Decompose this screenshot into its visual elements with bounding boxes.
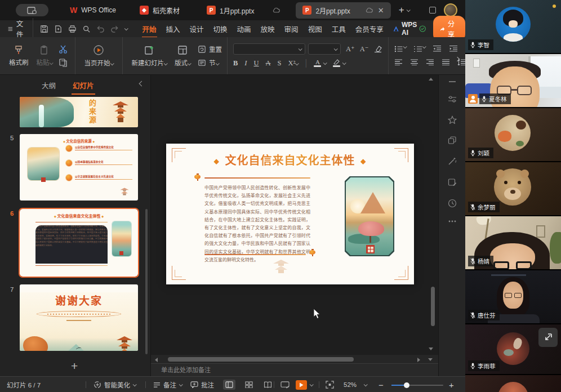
layout-button[interactable]: 版式 [171, 44, 194, 67]
comments-button[interactable]: 批注 [190, 377, 214, 392]
tab-doc-2-active[interactable]: P 2月ppt.pptx ✕ [296, 2, 390, 19]
fullscreen-icon[interactable] [326, 381, 334, 389]
scroll-left-arrow[interactable] [155, 358, 158, 362]
slide-thumbnail-5[interactable]: ◆ 文化自信的来源 ◆ 以自信自强传承中华优秀传统文化 以固本铸魂弘扬革命文化 … [20, 134, 138, 201]
chevron-down-icon[interactable] [323, 61, 327, 65]
zoom-level-select[interactable]: 52% [344, 377, 367, 392]
history-clock-icon[interactable] [448, 199, 457, 208]
scroll-up-arrow[interactable] [429, 78, 433, 81]
format-painter-button[interactable]: 格式刷 [5, 45, 33, 66]
participant-tile-6[interactable]: 唐仕芬 [465, 270, 561, 323]
popout-icon[interactable] [538, 328, 558, 347]
menu-view[interactable]: 视图 [308, 20, 323, 38]
doc-health-icon[interactable] [419, 24, 426, 33]
menu-slideshow[interactable]: 放映 [260, 20, 275, 38]
normal-view-button[interactable] [223, 380, 235, 390]
zoom-out-button[interactable]: − [379, 377, 384, 392]
slide-thumbnail-4[interactable]: 的来源 [20, 97, 138, 127]
chevron-down-icon[interactable] [124, 26, 128, 30]
toolbar-expand-button[interactable] [453, 52, 462, 66]
scroll-right-arrow[interactable] [417, 358, 420, 362]
tab-outline[interactable]: 大纲 [41, 75, 57, 96]
slide-sorter-view-button[interactable] [243, 380, 255, 390]
menu-animation[interactable]: 动画 [237, 20, 252, 38]
next-slide-arrow[interactable] [428, 358, 433, 361]
slide-thumbnail-7[interactable]: 谢谢大家 [20, 284, 138, 351]
notes-button[interactable]: 备注 [153, 377, 182, 392]
notes-input[interactable]: 单击此处添加备注 [151, 363, 438, 376]
horizontal-scrollbar-thumb[interactable] [168, 357, 354, 362]
copy-icon[interactable] [59, 58, 68, 67]
reset-button[interactable]: 重置 [198, 44, 222, 54]
zoom-slider[interactable] [391, 385, 443, 386]
play-from-current-button[interactable]: 当页开始 [81, 44, 117, 67]
scroll-down-arrow[interactable] [429, 348, 433, 350]
menu-member[interactable]: 会员专享 [355, 20, 384, 38]
properties-icon[interactable] [448, 95, 457, 103]
file-menu[interactable]: 文件 [8, 18, 33, 39]
redo-icon[interactable] [110, 25, 119, 33]
strikethrough-button[interactable]: A [266, 59, 271, 68]
slideshow-settings-icon[interactable] [280, 381, 290, 389]
chevron-down-icon[interactable] [342, 61, 346, 65]
paste-button[interactable]: 粘贴 [33, 45, 56, 66]
selection-pane-icon[interactable] [448, 136, 457, 145]
panel-scrollbar-thumb[interactable] [145, 209, 148, 354]
vertical-scrollbar-thumb[interactable] [431, 287, 435, 326]
new-tab-button[interactable]: + [399, 5, 409, 16]
wps-ai-button[interactable]: WPS AI [393, 21, 419, 37]
font-color-button[interactable]: A [314, 59, 321, 67]
reading-view-button[interactable] [261, 380, 274, 390]
print-icon[interactable] [68, 25, 77, 33]
bullet-list-button[interactable] [394, 46, 406, 52]
close-tab-icon[interactable]: ✕ [378, 6, 384, 15]
participant-tile-3[interactable]: 刘颖 [465, 108, 561, 161]
home-button[interactable] [16, 4, 48, 16]
slide-body-text[interactable]: 中国共产党带领中国人民创造性转化、创新性发展中华优秀传统文化，弘扬革命文化，发展… [204, 184, 310, 264]
new-slide-button[interactable]: 新建幻灯片 [128, 44, 171, 67]
superscript-button[interactable]: X² [288, 59, 299, 68]
smart-beautify-button[interactable]: 智能美化 [94, 377, 136, 392]
participant-tile-7[interactable]: 李雨菲 [465, 324, 561, 374]
tab-wps-office[interactable]: W WPS Office [63, 2, 123, 18]
zoom-slider-handle[interactable] [404, 382, 409, 388]
align-center-button[interactable] [410, 57, 418, 68]
menu-tools[interactable]: 工具 [331, 20, 346, 38]
beautify-wand-icon[interactable] [448, 157, 457, 166]
numbered-list-button[interactable] [413, 46, 425, 52]
section-button[interactable]: 节 [198, 58, 222, 67]
collapse-ribbon-icon[interactable] [448, 81, 456, 83]
underline-button[interactable]: U [254, 59, 259, 68]
favorites-star-icon[interactable] [448, 115, 457, 124]
align-left-button[interactable] [394, 57, 403, 68]
decrease-font-icon[interactable]: A⁻ [360, 44, 369, 54]
tab-doc-1[interactable]: P 1月ppt.pptx [200, 2, 287, 19]
add-slide-button[interactable]: + [71, 359, 78, 373]
collapse-panel-icon[interactable] [139, 81, 145, 87]
restore-window-icon[interactable] [429, 7, 436, 14]
italic-button[interactable]: I [244, 59, 247, 68]
undo-icon[interactable] [96, 25, 105, 33]
highlight-color-button[interactable] [333, 59, 340, 67]
shadow-button[interactable]: S [278, 59, 282, 68]
align-right-button[interactable] [426, 57, 434, 68]
menu-review[interactable]: 审阅 [284, 20, 299, 38]
slide-title[interactable]: ◆文化自信来自文化主体性◆ [166, 152, 414, 168]
menu-design[interactable]: 设计 [189, 20, 204, 38]
tab-slides[interactable]: 幻灯片 [72, 75, 95, 96]
clear-format-icon[interactable] [373, 45, 382, 53]
zoom-in-button[interactable]: + [449, 377, 454, 392]
decrease-indent-button[interactable] [433, 44, 442, 54]
participant-tile-2[interactable]: 夏冬林 [465, 54, 561, 107]
horizontal-scrollbar[interactable] [151, 355, 438, 363]
play-slideshow-button[interactable] [296, 380, 307, 390]
user-avatar[interactable] [444, 3, 457, 17]
justify-button[interactable] [442, 57, 450, 68]
menu-home[interactable]: 开始 [142, 20, 157, 38]
chevron-down-icon[interactable] [310, 382, 314, 386]
bold-button[interactable]: B [233, 59, 238, 68]
output-icon[interactable] [54, 25, 63, 33]
more-icon[interactable] [448, 220, 456, 222]
participant-tile-4[interactable]: 余梦丽 [465, 162, 561, 215]
save-icon[interactable] [40, 25, 48, 33]
